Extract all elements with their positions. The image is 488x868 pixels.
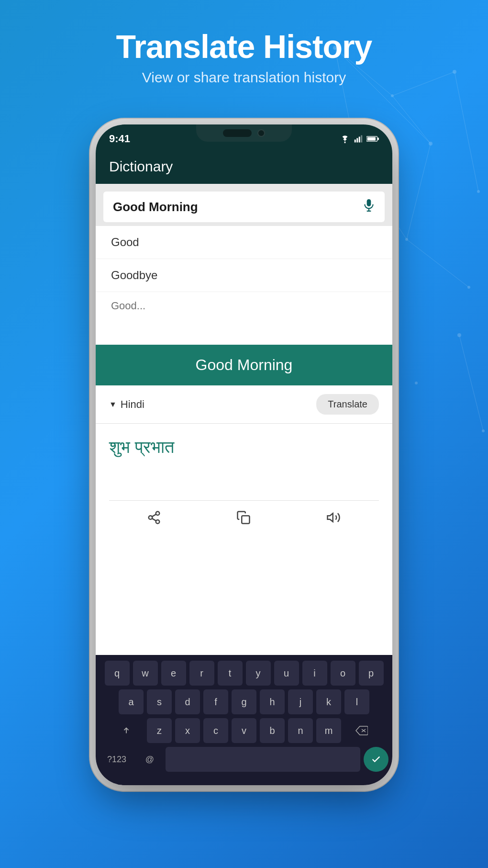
notch-camera xyxy=(257,129,265,137)
translation-source-phrase: Good Morning xyxy=(196,356,293,373)
key-z[interactable]: z xyxy=(147,718,172,743)
key-l[interactable]: l xyxy=(344,689,369,714)
header-section: Translate History View or share translat… xyxy=(0,29,488,86)
key-q[interactable]: q xyxy=(105,661,130,686)
autocomplete-list: Good Goodbye Good... xyxy=(96,226,392,320)
keyboard-row-1: q w e r t y u i o p xyxy=(100,661,388,686)
svg-point-11 xyxy=(429,142,433,146)
key-s[interactable]: s xyxy=(147,689,172,714)
svg-rect-24 xyxy=(359,137,360,143)
key-e[interactable]: e xyxy=(161,661,186,686)
search-input-value: Good Morning xyxy=(113,200,198,214)
svg-point-34 xyxy=(155,520,159,524)
translation-card: Good Morning ▼ Hindi Translate शुभ प्रभा… xyxy=(96,345,392,538)
key-c[interactable]: c xyxy=(203,718,228,743)
share-icon[interactable] xyxy=(147,510,161,528)
autocomplete-item-goodbye[interactable]: Goodbye xyxy=(96,259,392,292)
svg-point-32 xyxy=(155,512,159,516)
nums-key[interactable]: ?123 xyxy=(100,747,134,772)
app-title: Dictionary xyxy=(109,158,173,175)
svg-line-4 xyxy=(455,72,478,192)
at-key[interactable]: @ xyxy=(137,747,162,772)
language-selector[interactable]: ▼ Hindi xyxy=(109,398,144,411)
svg-point-19 xyxy=(482,429,485,432)
key-k[interactable]: k xyxy=(316,689,341,714)
svg-line-35 xyxy=(152,519,156,521)
svg-line-6 xyxy=(407,239,469,287)
notch-speaker xyxy=(223,129,252,137)
keyboard-bottom-row: ?123 @ xyxy=(100,747,388,772)
svg-line-1 xyxy=(407,144,431,239)
translate-button[interactable]: Translate xyxy=(316,394,379,415)
status-icons xyxy=(340,135,379,143)
mic-icon[interactable] xyxy=(363,198,375,215)
autocomplete-item-partial[interactable]: Good... xyxy=(96,292,392,320)
svg-point-13 xyxy=(391,94,394,97)
key-t[interactable]: t xyxy=(218,661,243,686)
key-a[interactable]: a xyxy=(119,689,144,714)
keyboard-row-2: a s d f g h j k l xyxy=(100,689,388,714)
key-m[interactable]: m xyxy=(316,718,341,743)
translation-result: शुभ प्रभात xyxy=(96,424,392,500)
search-box[interactable]: Good Morning xyxy=(103,192,385,222)
svg-rect-22 xyxy=(355,140,356,143)
svg-rect-28 xyxy=(367,137,376,141)
key-h[interactable]: h xyxy=(260,689,285,714)
status-time: 9:41 xyxy=(109,133,130,145)
svg-point-18 xyxy=(457,333,461,337)
key-i[interactable]: i xyxy=(302,661,327,686)
space-key[interactable] xyxy=(166,747,360,772)
svg-rect-29 xyxy=(367,199,371,206)
keyboard: q w e r t y u i o p a s d f g h j k l xyxy=(96,655,392,785)
page-title: Translate History xyxy=(0,29,488,65)
svg-point-12 xyxy=(405,238,408,241)
svg-point-16 xyxy=(467,286,470,289)
search-area: Good Morning xyxy=(96,184,392,230)
autocomplete-item-good[interactable]: Good xyxy=(96,226,392,259)
phone-notch xyxy=(196,124,292,142)
key-o[interactable]: o xyxy=(331,661,355,686)
svg-rect-25 xyxy=(361,135,362,143)
wifi-icon xyxy=(340,135,350,143)
dropdown-arrow-icon: ▼ xyxy=(109,400,117,409)
key-r[interactable]: r xyxy=(189,661,214,686)
key-y[interactable]: y xyxy=(246,661,271,686)
key-u[interactable]: u xyxy=(274,661,299,686)
svg-line-5 xyxy=(392,96,431,144)
svg-rect-37 xyxy=(242,516,249,523)
phone-frame: 9:41 Dictionar xyxy=(96,124,392,785)
battery-icon xyxy=(366,135,379,142)
selected-language: Hindi xyxy=(121,398,144,411)
key-b[interactable]: b xyxy=(260,718,285,743)
translation-header: Good Morning xyxy=(96,345,392,385)
svg-marker-38 xyxy=(328,513,333,522)
enter-key[interactable] xyxy=(364,747,388,772)
key-d[interactable]: d xyxy=(175,689,200,714)
key-p[interactable]: p xyxy=(359,661,384,686)
app-header: Dictionary xyxy=(96,149,392,184)
svg-rect-27 xyxy=(377,137,379,140)
key-x[interactable]: x xyxy=(175,718,200,743)
keyboard-row-3: z x c v b n m xyxy=(100,718,388,743)
copy-icon[interactable] xyxy=(236,510,251,528)
key-n[interactable]: n xyxy=(288,718,313,743)
svg-line-9 xyxy=(459,335,483,431)
speaker-icon[interactable] xyxy=(326,510,341,528)
key-f[interactable]: f xyxy=(203,689,228,714)
svg-point-33 xyxy=(148,516,152,519)
key-g[interactable]: g xyxy=(232,689,256,714)
delete-key[interactable] xyxy=(344,718,379,743)
page-subtitle: View or share translation history xyxy=(0,69,488,86)
translation-actions xyxy=(96,501,392,538)
shift-key[interactable] xyxy=(109,718,144,743)
key-v[interactable]: v xyxy=(232,718,256,743)
svg-line-36 xyxy=(152,514,156,517)
svg-rect-23 xyxy=(356,138,358,143)
translated-text: शुभ प्रभात xyxy=(109,437,174,457)
svg-point-15 xyxy=(477,190,480,193)
key-w[interactable]: w xyxy=(133,661,158,686)
svg-point-20 xyxy=(415,382,418,384)
signal-icon xyxy=(354,135,363,143)
key-j[interactable]: j xyxy=(288,689,313,714)
translation-lang-row: ▼ Hindi Translate xyxy=(96,385,392,424)
